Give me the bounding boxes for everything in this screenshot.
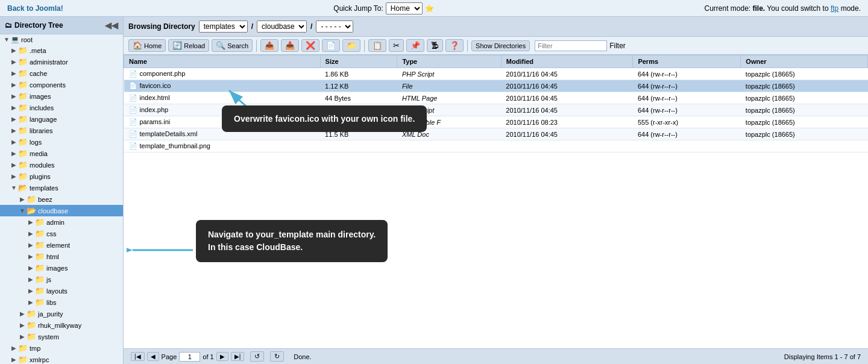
tree-media[interactable]: ▶ 📁 media (0, 148, 123, 159)
tree-includes[interactable]: ▶ 📁 includes (0, 102, 123, 113)
toolbar-separator3 (467, 40, 468, 52)
file-icon: 📄 (129, 82, 137, 89)
file-owner-cell: topazplc (18665) (741, 80, 868, 92)
ftp-mode-link[interactable]: ftp (831, 4, 838, 13)
collapse-sidebar-button[interactable]: ◀◀ (105, 20, 118, 30)
tree-root[interactable]: ▼ 💻 root (0, 34, 123, 45)
help-button[interactable]: ❓ (445, 39, 464, 52)
tree-ja-purity[interactable]: ▶ 📁 ja_purity (0, 308, 123, 319)
file-icon: 📄 (129, 106, 137, 113)
browsing-slash2: / (310, 22, 312, 31)
browsing-path-select[interactable]: - - - - - (316, 20, 353, 33)
tree-components[interactable]: ▶ 📁 components (0, 79, 123, 90)
reload-button2[interactable]: ↻ (270, 351, 284, 362)
tree-layouts[interactable]: ▶ 📁 layouts (0, 285, 123, 297)
file-owner-cell (741, 140, 868, 152)
col-type[interactable]: Type (397, 55, 501, 68)
tree-css[interactable]: ▶ 📁 css (0, 228, 123, 239)
col-size[interactable]: Size (320, 55, 397, 68)
paste-button[interactable]: 📌 (406, 39, 424, 52)
tree-system[interactable]: ▶ 📁 system (0, 331, 123, 342)
new-folder-icon: 📁 (347, 41, 356, 50)
tree-tmp[interactable]: ▶ 📁 tmp (0, 342, 123, 354)
reload-button[interactable]: 🔄 Reload (168, 39, 209, 52)
page-label: Page (162, 353, 177, 360)
page-input[interactable] (179, 352, 200, 362)
upload-icon: 📤 (265, 41, 274, 50)
cut-button[interactable]: ✂ (389, 39, 404, 52)
file-name-cell[interactable]: 📄component.php (124, 68, 321, 80)
tree-libs[interactable]: ▶ 📁 libs (0, 297, 123, 308)
first-page-button[interactable]: |◀ (131, 352, 145, 361)
tree-admin[interactable]: ▶ 📁 admin (0, 216, 123, 228)
zip-icon: 🗜 (431, 41, 439, 50)
back-to-joomla-link[interactable]: Back to Joomla! (7, 4, 63, 13)
col-perms[interactable]: Perms (633, 55, 741, 68)
file-modified-cell: 2010/11/16 04:45 (501, 68, 633, 80)
show-directories-button[interactable]: Show Directories (471, 40, 530, 51)
tree-cache[interactable]: ▶ 📁 cache (0, 67, 123, 79)
new-folder-button[interactable]: 📁 (342, 39, 360, 52)
toolbar-separator1 (256, 40, 257, 52)
status-bar: |◀ ◀ Page of 1 ▶ ▶| ↺ ↻ Done. Displaying… (124, 348, 868, 364)
tree-html[interactable]: ▶ 📁 html (0, 251, 123, 262)
file-owner-cell: topazplc (18665) (741, 104, 868, 116)
tooltip-favicon: Overwrite favicon.ico with your own icon… (222, 105, 427, 132)
refresh-button[interactable]: ↺ (250, 351, 264, 362)
tree-images-sub[interactable]: ▶ 📁 images (0, 262, 123, 274)
new-file-button[interactable]: 📄 (322, 39, 340, 52)
col-modified[interactable]: Modified (501, 55, 633, 68)
prev-page-button[interactable]: ◀ (147, 352, 159, 361)
quick-jump-label: Quick Jump To: (333, 4, 383, 13)
home-button[interactable]: 🏠 Home (128, 39, 166, 52)
filter-input[interactable] (535, 40, 607, 51)
download-button[interactable]: 📥 (281, 39, 299, 52)
file-size-cell: 1.86 KB (320, 68, 397, 80)
arrow2-svg (127, 235, 199, 265)
file-size-cell: 44 Bytes (320, 92, 397, 104)
file-owner-cell: topazplc (18665) (741, 68, 868, 80)
search-button[interactable]: 🔍 Search (212, 39, 253, 52)
file-name-cell[interactable]: 📄index.html (124, 92, 321, 104)
quick-jump-select[interactable]: Home (386, 2, 423, 14)
last-page-button[interactable]: ▶| (231, 352, 245, 361)
file-icon: 📄 (129, 70, 137, 77)
tree-rhuk[interactable]: ▶ 📁 rhuk_milkyway (0, 319, 123, 331)
directory-tree-icon: 🗂 (5, 21, 12, 30)
tree-logs[interactable]: ▶ 📁 logs (0, 136, 123, 148)
tree-cloudbase[interactable]: ▼ 📂 cloudbase (0, 205, 123, 216)
tree-images[interactable]: ▶ 📁 images (0, 90, 123, 102)
table-row[interactable]: 📄component.php1.86 KBPHP Script2010/11/1… (124, 68, 868, 80)
tree-element[interactable]: ▶ 📁 element (0, 239, 123, 251)
copy-button[interactable]: 📋 (368, 39, 386, 52)
help-icon: ❓ (450, 41, 459, 50)
tree-plugins[interactable]: ▶ 📁 plugins (0, 171, 123, 182)
table-row[interactable]: 📄template_thumbnail.png (124, 140, 868, 152)
delete-button[interactable]: ❌ (301, 39, 319, 52)
next-page-button[interactable]: ▶ (216, 352, 228, 361)
tree-js[interactable]: ▶ 📁 js (0, 274, 123, 285)
delete-icon: ❌ (306, 41, 315, 50)
col-name[interactable]: Name (124, 55, 321, 68)
upload-button[interactable]: 📤 (260, 39, 278, 52)
file-name-cell[interactable]: 📄favicon.ico (124, 80, 321, 92)
col-owner[interactable]: Owner (741, 55, 868, 68)
file-name-cell[interactable]: 📄template_thumbnail.png (124, 140, 321, 152)
tree-beez[interactable]: ▶ 📁 beez (0, 193, 123, 205)
file-modified-cell (501, 140, 633, 152)
tree-libraries[interactable]: ▶ 📁 libraries (0, 125, 123, 136)
tree-administrator[interactable]: ▶ 📁 administrator (0, 56, 123, 67)
zip-button[interactable]: 🗜 (427, 39, 443, 52)
tree-language[interactable]: ▶ 📁 language (0, 113, 123, 125)
tree-modules[interactable]: ▶ 📁 modules (0, 159, 123, 171)
tree-templates[interactable]: ▼ 📂 templates (0, 182, 123, 193)
file-owner-cell: topazplc (18665) (741, 116, 868, 128)
file-type-cell: HTML Page (397, 92, 501, 104)
browsing-dropdown2[interactable]: cloudbase (257, 20, 307, 33)
tree-xmlrpc[interactable]: ▶ 📁 xmlrpc (0, 354, 123, 364)
tree-meta[interactable]: ▶ 📁 .meta (0, 45, 123, 56)
file-owner-cell: topazplc (18665) (741, 92, 868, 104)
file-perms-cell: 644 (rw-r--r--) (633, 92, 741, 104)
pagination: |◀ ◀ Page of 1 ▶ ▶| ↺ ↻ Done. (131, 351, 312, 362)
browsing-dropdown1[interactable]: templates (199, 20, 248, 33)
